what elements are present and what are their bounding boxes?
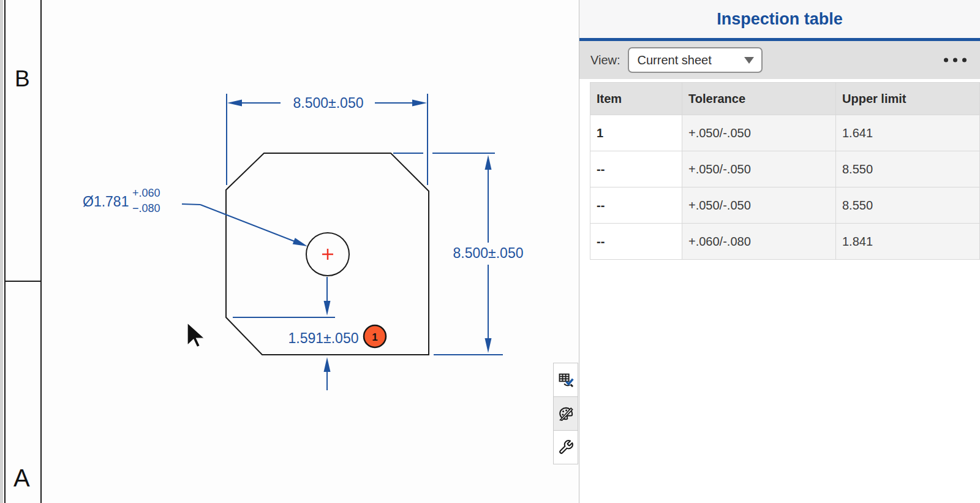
dimension-hole-diameter-text[interactable]: Ø1.781 <box>83 194 129 210</box>
dimension-hole-tol-minus[interactable]: −.080 <box>132 202 160 214</box>
hole-center-mark-icon <box>322 249 333 260</box>
table-header-row: Item Tolerance Upper limit <box>590 83 980 115</box>
table-row[interactable]: 1 +.050/-.050 1.641 <box>590 115 980 151</box>
inspection-table-tool-button[interactable] <box>553 363 578 397</box>
table-row[interactable]: -- +.060/-.080 1.841 <box>590 224 980 260</box>
inspection-balloon[interactable]: 1 <box>364 325 386 347</box>
inspection-table-check-icon <box>557 371 575 388</box>
view-dropdown[interactable]: Current sheet <box>628 47 763 73</box>
inspection-panel-toolbar: View: Current sheet <box>579 41 980 79</box>
dimension-hole-tol-plus[interactable]: +.060 <box>132 187 160 199</box>
more-options-button[interactable] <box>944 58 967 62</box>
cell-upper-limit[interactable]: 8.550 <box>836 187 980 224</box>
inspection-balloon-number: 1 <box>372 331 377 343</box>
cell-item[interactable]: -- <box>590 151 682 187</box>
part-drawing-svg: 8.500±.050 8.500±.050 1.591±.050 Ø1 <box>0 0 579 503</box>
cell-upper-limit[interactable]: 8.550 <box>836 151 980 187</box>
cell-tolerance[interactable]: +.060/-.080 <box>682 224 836 260</box>
table-row[interactable]: -- +.050/-.050 8.550 <box>590 151 980 187</box>
cell-item[interactable]: -- <box>590 187 682 224</box>
wrench-icon <box>558 439 574 455</box>
dimension-width-text[interactable]: 8.500±.050 <box>293 95 364 111</box>
appearance-tool-button[interactable] <box>553 396 578 431</box>
column-header-upper-limit[interactable]: Upper limit <box>836 83 980 115</box>
cell-tolerance[interactable]: +.050/-.050 <box>682 151 836 187</box>
cell-upper-limit[interactable]: 1.841 <box>836 224 980 260</box>
chevron-down-icon <box>744 57 754 64</box>
drawing-canvas[interactable]: B A 8.500±.050 <box>0 0 579 503</box>
cell-tolerance[interactable]: +.050/-.050 <box>682 187 836 224</box>
inspection-table-container: Item Tolerance Upper limit 1 +.050/-.050… <box>590 82 980 260</box>
cell-upper-limit[interactable]: 1.641 <box>836 115 980 151</box>
panel-title: Inspection table <box>717 10 843 29</box>
palette-brush-icon <box>557 405 575 422</box>
cell-item[interactable]: -- <box>590 224 682 260</box>
dimension-height-text[interactable]: 8.500±.050 <box>453 245 524 261</box>
side-toolbar <box>553 363 578 464</box>
more-options-icon <box>944 58 948 62</box>
mouse-cursor-icon <box>187 323 205 347</box>
cell-tolerance[interactable]: +.050/-.050 <box>682 115 836 151</box>
table-row[interactable]: -- +.050/-.050 8.550 <box>590 187 980 224</box>
column-header-tolerance[interactable]: Tolerance <box>682 83 836 115</box>
inspection-panel-header: Inspection table <box>579 0 980 41</box>
column-header-item[interactable]: Item <box>590 83 682 115</box>
dimension-hole-diameter[interactable] <box>182 204 307 246</box>
inspection-panel: Inspection table View: Current sheet Ite… <box>579 0 980 503</box>
cell-item[interactable]: 1 <box>590 115 682 151</box>
inspection-table: Item Tolerance Upper limit 1 +.050/-.050… <box>590 82 980 260</box>
tools-button[interactable] <box>553 430 578 464</box>
view-label: View: <box>590 53 620 67</box>
dimension-hole-offset-text[interactable]: 1.591±.050 <box>288 330 359 346</box>
view-dropdown-value: Current sheet <box>638 53 744 67</box>
